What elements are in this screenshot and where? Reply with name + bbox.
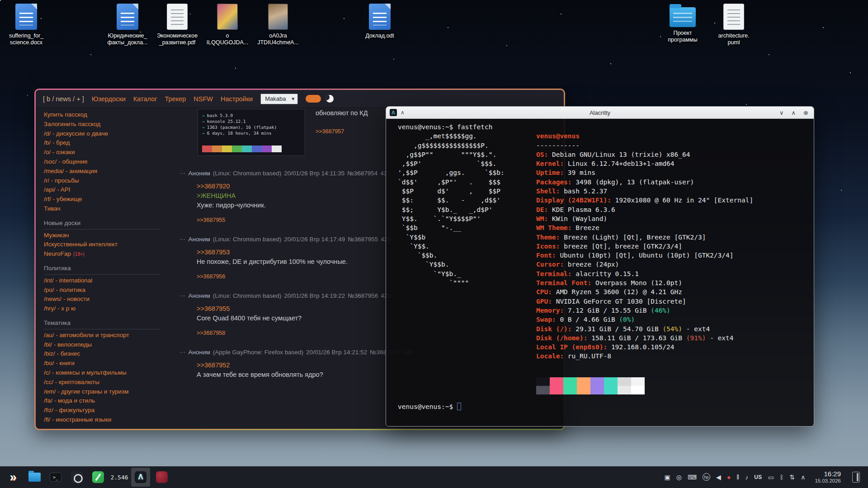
reply-link[interactable]: >>3687958 xyxy=(197,330,225,336)
keyboard-layout-indicator[interactable]: US xyxy=(754,474,762,480)
post-number[interactable]: №3687955 xyxy=(348,236,378,243)
sidebar-board-link[interactable]: /d/ - дискуссии о дваче xyxy=(44,129,172,139)
sidebar-board-link[interactable]: /fl/ - иностранные языки xyxy=(44,415,172,425)
palette-swatch xyxy=(590,377,604,386)
maximize-button[interactable]: ∧ xyxy=(792,109,796,116)
sidebar-board-link[interactable]: /api/ - API xyxy=(44,185,172,195)
post-menu-icon[interactable]: ⋯ xyxy=(179,349,186,356)
sidebar-board-link[interactable]: /news/ - новости xyxy=(44,295,172,304)
media-pause-icon[interactable]: ‖ xyxy=(736,474,739,481)
theme-toggle[interactable] xyxy=(306,95,321,103)
post-date: 20/01/26 Втр 14:21:52 xyxy=(306,349,367,356)
sidebar-board-link[interactable]: /fa/ - мода и стиль xyxy=(44,396,172,406)
keyboard-indicator-icon[interactable]: ⌨ xyxy=(688,474,697,481)
dolphin-icon[interactable] xyxy=(25,468,44,487)
screen-recorder-icon[interactable]: ● xyxy=(727,474,731,481)
sidebar-board-link[interactable]: /fiz/ - физкультура xyxy=(44,406,172,415)
reply-link[interactable]: >>3687956 xyxy=(197,273,225,280)
desktop-icon[interactable]: architecture.puml xyxy=(711,4,756,46)
fastfetch-line: Local IP (enp8s0): 192.168.0.105/24 xyxy=(536,343,753,352)
sidebar-board-link[interactable]: Тивач xyxy=(44,204,172,214)
sidebar-board-link[interactable]: /rf/ - убежище xyxy=(44,195,172,204)
nav-link[interactable]: Настройки xyxy=(221,95,253,103)
desktop-icon[interactable]: Проектпрограммы xyxy=(660,4,705,43)
red-app-icon[interactable] xyxy=(152,468,171,487)
sidebar-board-link[interactable]: /media/ - анимация xyxy=(44,167,172,176)
sidebar-board-link[interactable]: /o/ - оэкаки xyxy=(44,148,172,157)
terminal-titlebar[interactable]: Λ ∧ Alacritty ∨ ∧ ⊗ xyxy=(386,107,814,119)
circle-app-icon[interactable] xyxy=(67,468,86,487)
app-launcher-icon[interactable]: » xyxy=(4,468,23,487)
keep-above-icon[interactable]: ∧ xyxy=(401,109,405,116)
sidebar-board-link[interactable]: /int/ - international xyxy=(44,276,172,286)
clipboard-icon[interactable]: ▣ xyxy=(664,474,670,481)
sidebar-board-link[interactable]: NeuroFap(18+) xyxy=(44,249,172,259)
post-useragent: (Linux: Chromium based) xyxy=(213,236,282,243)
nav-link[interactable]: NSFW xyxy=(193,95,213,103)
desktop-icon[interactable]: suffering_for_science.docx xyxy=(4,4,49,46)
shell-command: fastfetch xyxy=(457,123,493,131)
nav-link[interactable]: Трекер xyxy=(165,95,186,103)
sidebar-board-link[interactable]: /c/ - комиксы и мультфильмы xyxy=(44,368,172,378)
terminal-content[interactable]: venus@venus:~$ fastfetch _,met$$$$$gg. ,… xyxy=(386,119,814,426)
sidebar-board-link[interactable]: Мужикач xyxy=(44,231,172,240)
network-traffic-icon[interactable]: ⇅ xyxy=(789,474,795,481)
desktop-icon[interactable]: Доклад.odt xyxy=(357,4,402,39)
user-presence-icon[interactable]: ◎ xyxy=(676,474,682,481)
post-menu-icon[interactable]: ⋯ xyxy=(179,236,186,243)
post-useragent: (Linux: Chromium based) xyxy=(213,292,282,299)
post-number[interactable]: №3687954 xyxy=(347,170,377,177)
post-menu-icon[interactable]: ⋯ xyxy=(179,292,186,299)
media-prev-icon[interactable]: ◀ xyxy=(716,474,721,481)
sidebar-board-link[interactable]: /biz/ - бизнес xyxy=(44,349,172,359)
palette-swatch xyxy=(618,377,631,386)
desktop-icon[interactable]: oA0JraJTDIU4chmeA... xyxy=(255,4,301,46)
clock-widget[interactable]: 16:29 15.03.2026 xyxy=(815,470,841,484)
moon-icon[interactable] xyxy=(326,95,334,103)
sidebar-board-link[interactable]: /hry/ - х р ю xyxy=(44,304,172,314)
fastfetch-line: Locale: ru_RU.UTF-8 xyxy=(536,352,753,361)
fastfetch-line: Theme: Breeze (Light) [Qt], Breeze [GTK2… xyxy=(536,233,753,242)
sidebar-board-link[interactable]: /soc/ - общение xyxy=(44,157,172,167)
system-monitor-widget[interactable]: 2.546 xyxy=(110,468,129,487)
desktop-icon[interactable]: Юридические_факты_докла... xyxy=(105,4,150,46)
board-breadcrumb[interactable]: [ b / news / + ] xyxy=(43,95,84,103)
sidebar-board-link[interactable]: /bi/ - велосипеды xyxy=(44,340,172,350)
close-button[interactable]: ⊗ xyxy=(803,109,808,116)
alacritty-icon[interactable]: Λ xyxy=(131,468,150,487)
desktop-icon[interactable]: oILQQUGOJDA... xyxy=(205,4,250,46)
sidebar-board-link[interactable]: Купить пасскод xyxy=(44,110,172,120)
terminal-cursor xyxy=(457,403,461,410)
nav-link[interactable]: Юзердоски xyxy=(92,95,126,103)
desktop-icon[interactable]: Экономическое_развитие.pdf xyxy=(155,4,200,46)
sidebar-board-link[interactable]: /em/ - другие страны и туризм xyxy=(44,387,172,397)
reply-link[interactable]: >>3687957 xyxy=(316,128,344,135)
sidebar-board-link[interactable]: /r/ - просьбы xyxy=(44,176,172,186)
sidebar-board-link[interactable]: Залогинить пасскод xyxy=(44,120,172,129)
style-select[interactable]: Makaba xyxy=(260,94,298,104)
sidebar-board-link[interactable]: /b/ - бред xyxy=(44,138,172,148)
sidebar-board-link[interactable]: Искусственный интеллект xyxy=(44,240,172,249)
taskbar: »>_2.546Λ ▣◎⌨hp◀●‖♪US▭ᛒ⇅∧ 16:29 15.03.20… xyxy=(0,466,868,488)
nav-link[interactable]: Каталог xyxy=(133,95,157,103)
post-number[interactable]: №3687956 xyxy=(348,292,378,299)
reply-link[interactable]: >>3687955 xyxy=(197,217,225,223)
op-post-thumbnail[interactable]: →bash 5.3.9→konsole 25.12.1→1363 (pacman… xyxy=(198,109,305,156)
post-menu-icon[interactable]: ⋯ xyxy=(179,170,186,177)
alacritty-window: Λ ∧ Alacritty ∨ ∧ ⊗ venus@venus:~$ fastf… xyxy=(386,106,814,427)
konsole-icon[interactable]: >_ xyxy=(46,468,65,487)
minimize-button[interactable]: ∨ xyxy=(779,109,784,116)
display-icon[interactable]: ▭ xyxy=(768,474,774,481)
bluetooth-icon[interactable]: ᛒ xyxy=(780,474,783,481)
desktop-icon-label: Юридические_факты_докла... xyxy=(105,33,150,46)
sidebar-board-link[interactable]: /po/ - политика xyxy=(44,286,172,295)
sidebar-board-link[interactable]: /cc/ - криптовалюты xyxy=(44,378,172,387)
volume-icon[interactable]: ♪ xyxy=(745,474,748,481)
hp-printer-icon[interactable]: hp xyxy=(703,473,710,481)
tray-expand-icon[interactable]: ∧ xyxy=(801,474,805,481)
green-app-icon[interactable] xyxy=(89,468,108,487)
notifications-panel-icon[interactable] xyxy=(852,472,860,483)
sidebar-board-link[interactable]: /au/ - автомобили и транспорт xyxy=(44,331,172,340)
sidebar-board-link[interactable]: /bo/ - книги xyxy=(44,359,172,368)
desktop-icon-label: Доклад.odt xyxy=(357,33,402,39)
